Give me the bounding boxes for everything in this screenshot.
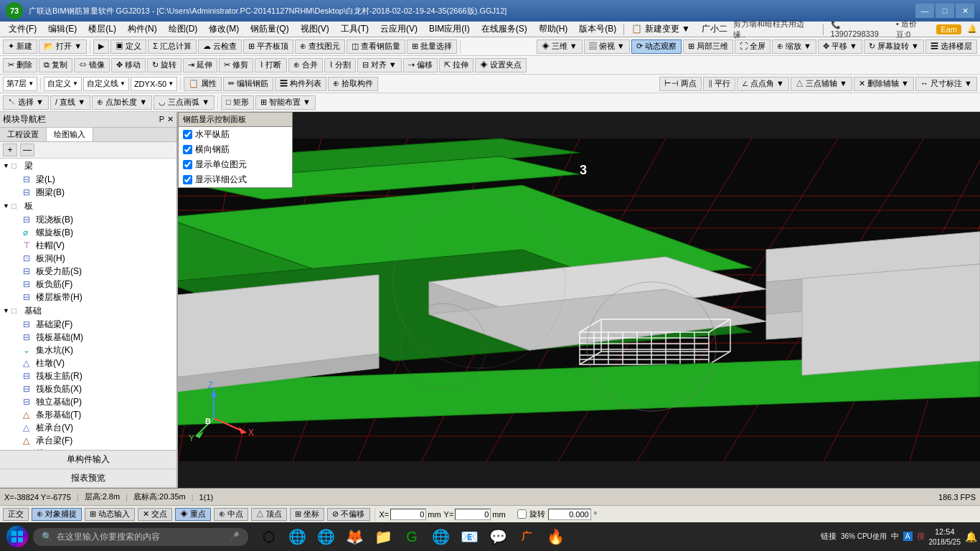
expand-all-button[interactable]: + [3, 143, 17, 156]
rect-tool[interactable]: □ 矩形 [221, 95, 254, 110]
tree-item-slab-rebar[interactable]: ⊟ 板受力筋(S) [11, 265, 176, 278]
menu-tools[interactable]: 工具(T) [335, 22, 374, 37]
tree-item-slab-hole[interactable]: ⊡ 板洞(H) [11, 252, 176, 265]
trim-button[interactable]: ✂ 修剪 [219, 58, 253, 72]
menu-modify[interactable]: 修改(M) [203, 22, 245, 37]
properties-button[interactable]: 📋 属性 [184, 77, 222, 91]
maximize-button[interactable]: □ [936, 4, 954, 18]
rotate-checkbox[interactable] [517, 509, 527, 519]
taskbar-app3[interactable]: 🦊 [341, 524, 367, 550]
tree-item-cap-beam[interactable]: △ 承台梁(F) [11, 434, 176, 447]
dynamic-observe-button[interactable]: ⟳ 动态观察 [631, 39, 682, 54]
rebar-horizontal-checkbox[interactable] [183, 130, 192, 139]
menu-view[interactable]: 视图(V) [295, 22, 335, 37]
tree-item-col-base[interactable]: △ 柱墩(V) [11, 357, 176, 369]
menu-version[interactable]: 版本号(B) [573, 22, 622, 37]
element-list-button[interactable]: ☰ 构件列表 [275, 77, 326, 91]
taskbar-app6[interactable]: 🌐 [428, 524, 453, 550]
tree-item-found-beam[interactable]: ⊟ 基础梁(F) [11, 318, 176, 331]
top-view-button[interactable]: ▤ 俯视 ▼ [584, 39, 630, 54]
rebar-show-unit-checkbox[interactable] [183, 160, 192, 169]
split-button[interactable]: ⌇ 分割 [324, 58, 356, 72]
rebar-option-horizontal[interactable]: 水平纵筋 [179, 127, 292, 142]
tab-project-settings[interactable]: 工程设置 [0, 128, 47, 141]
screen-rotate-button[interactable]: ↻ 屏幕旋转 ▼ [864, 39, 924, 54]
collapse-all-button[interactable]: — [20, 143, 34, 156]
three-point-axis-button[interactable]: △ 三点辅轴 ▼ [791, 77, 852, 91]
rebar-panel-title[interactable]: 钢筋显示控制面板 [179, 113, 292, 127]
sum-button[interactable]: Σ 汇总计算 [148, 39, 197, 54]
two-points-button[interactable]: ⊢⊣ 两点 [659, 77, 702, 91]
taskbar-app8[interactable]: 💬 [485, 524, 511, 550]
edit-rebar-button[interactable]: ✏ 编辑钢筋 [223, 77, 273, 91]
menu-bim[interactable]: BIM应用(I) [423, 22, 476, 37]
tree-item-ring-beam[interactable]: ⊟ 圈梁(B) [11, 186, 176, 199]
rotate-button[interactable]: ↻ 旋转 [147, 58, 182, 72]
mirror-button[interactable]: ⇔ 镜像 [74, 58, 110, 72]
rebar-option-show-unit[interactable]: 显示单位图元 [179, 157, 292, 172]
snap-center[interactable]: ⊕ 中点 [214, 508, 248, 521]
x-input[interactable] [390, 509, 426, 520]
menu-rebar[interactable]: 钢筋量(Q) [245, 22, 294, 37]
menu-floor[interactable]: 楼层(L) [83, 22, 122, 37]
rotate-input[interactable] [548, 509, 591, 520]
find-element-button[interactable]: ⊕ 查找图元 [295, 39, 345, 54]
smart-layout-tool[interactable]: ⊞ 智能布置 ▼ [255, 95, 316, 110]
notifications-button[interactable]: 🔔 [965, 531, 977, 542]
tree-category-beam[interactable]: ▼ □ 梁 [0, 159, 176, 173]
dimension-button[interactable]: ↔ 尺寸标注 ▼ [915, 77, 977, 91]
sidebar-pin-button[interactable]: P [159, 115, 164, 124]
taskbar-explorer[interactable]: 📁 [370, 524, 396, 550]
copy-button[interactable]: ⧉ 复制 [39, 58, 72, 72]
align-top-button[interactable]: ⊞ 平齐板顶 [243, 39, 293, 54]
align-button[interactable]: ⊟ 对齐 ▼ [357, 58, 402, 72]
single-element-button[interactable]: 单构件输入 [0, 451, 176, 469]
report-preview-button[interactable]: 报表预览 [0, 469, 176, 488]
zoom-button[interactable]: ⊕ 缩放 ▼ [772, 39, 816, 54]
menu-element[interactable]: 构件(N) [122, 22, 163, 37]
tree-item-neg-rebar[interactable]: ⊟ 板负筋(F) [11, 278, 176, 291]
extend-button[interactable]: ⇥ 延伸 [183, 58, 217, 72]
menu-help[interactable]: 帮助(H) [533, 22, 574, 37]
tree-category-slab[interactable]: ▼ □ 板 [0, 199, 176, 213]
type-dropdown[interactable]: 自定义 ▼ [44, 77, 82, 91]
select-tool[interactable]: ↖ 选择 ▼ [3, 95, 49, 110]
tree-item-beam-l[interactable]: ⊟ 梁(L) [11, 173, 176, 186]
taskbar-edge[interactable]: 🌐 [284, 524, 310, 550]
taskbar-app7[interactable]: 📧 [456, 524, 482, 550]
line-tool[interactable]: / 直线 ▼ [50, 95, 90, 110]
offset-button[interactable]: ⇢ 偏移 [403, 58, 438, 72]
rebar-option-show-formula[interactable]: 显示详细公式 [179, 172, 292, 187]
taskbar-search-bar[interactable]: 🔍 在这里输入你要搜索的内容 🎤 [33, 528, 248, 546]
delete-axis-button[interactable]: ✕ 删除辅轴 ▼ [854, 77, 914, 91]
view-rebar-button[interactable]: ◫ 查看钢筋量 [347, 39, 405, 54]
taskbar-glodon[interactable]: 广 [514, 524, 540, 550]
merge-button[interactable]: ⊕ 合并 [288, 58, 323, 72]
tree-item-isolated[interactable]: ⊟ 独立基础(P) [11, 395, 176, 408]
snap-coord[interactable]: ⊞ 坐标 [290, 508, 324, 521]
rebar-option-transverse[interactable]: 横向钢筋 [179, 142, 292, 157]
fullscreen-button[interactable]: ⛶ 全屏 [735, 39, 771, 54]
tree-category-foundation[interactable]: ▼ □ 基础 [0, 303, 176, 318]
code-dropdown[interactable]: ZDYX-50 ▼ [131, 77, 177, 91]
viewport[interactable]: 钢筋显示控制面板 水平纵筋 横向钢筋 显示单位图元 显示详细公式 [178, 112, 980, 488]
tree-item-spiral-slab[interactable]: ⌀ 螺旋板(B) [11, 226, 176, 239]
taskbar-app5[interactable]: G [399, 524, 425, 550]
arc-tool[interactable]: ◡ 三点画弧 ▼ [154, 95, 215, 110]
pan-button[interactable]: ✥ 平移 ▼ [818, 39, 862, 54]
system-clock[interactable]: 12:54 2018/5/25 [929, 527, 961, 546]
close-button[interactable]: ✕ [956, 4, 974, 18]
new-button[interactable]: ✦ 新建 [3, 39, 37, 54]
snap-object[interactable]: ⊕ 对象捕捉 [32, 508, 82, 521]
snap-midpoint[interactable]: ◈ 重点 [175, 508, 211, 521]
tree-item-floor-band[interactable]: ⊟ 楼层板带(H) [11, 291, 176, 303]
menu-file[interactable]: 文件(F) [3, 22, 42, 37]
tree-item-raft[interactable]: ⊟ 筏板基础(M) [11, 331, 176, 344]
define-button[interactable]: ▣ 定义 [110, 39, 146, 54]
snap-intersection[interactable]: ✕ 交点 [138, 508, 172, 521]
select-floor-button[interactable]: ☰ 选择楼层 [925, 39, 977, 54]
cloud-check-button[interactable]: ☁ 云检查 [198, 39, 242, 54]
snap-ortho[interactable]: 正交 [3, 508, 29, 521]
grip-button[interactable]: ◈ 设置夹点 [475, 58, 527, 72]
arrow-button[interactable]: ▶ [93, 39, 109, 54]
